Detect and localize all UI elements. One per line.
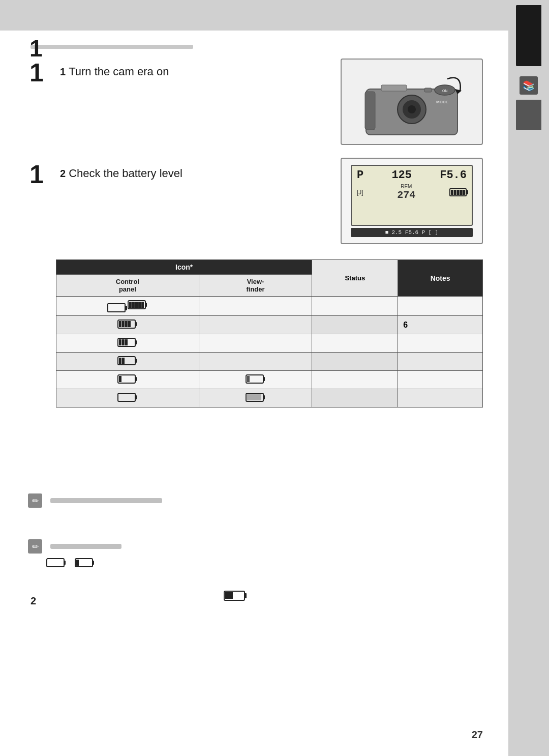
- note-pencil-icon-2: ✏: [28, 539, 42, 554]
- svg-rect-19: [135, 322, 137, 326]
- batt-svg-empty: [117, 392, 138, 402]
- step-1-text: Turn the cam era on: [69, 65, 169, 78]
- svg-rect-51: [225, 592, 233, 599]
- sidebar-tab-mid: [516, 100, 541, 130]
- table-row: 6: [56, 316, 483, 334]
- svg-text:ON: ON: [442, 89, 448, 93]
- step-2-text: Check the battery level: [69, 167, 182, 180]
- note-1-bar: [50, 498, 162, 503]
- lcd-bracket: [J]: [357, 189, 363, 196]
- status-row3: [312, 334, 398, 353]
- lcd-f56: F5.6: [440, 169, 467, 182]
- svg-rect-45: [64, 561, 66, 565]
- camera-svg: ON MODE: [346, 64, 478, 140]
- lcd-rem-label: REM: [397, 184, 415, 189]
- table-header-row-1: Icon* Status Notes: [56, 260, 483, 275]
- lcd-rem-area: REM 274: [397, 184, 415, 201]
- top-bar: [0, 0, 508, 31]
- batt-svg-full: [128, 300, 148, 310]
- bottom-batt-svg: [224, 590, 248, 602]
- svg-rect-38: [247, 376, 250, 382]
- svg-rect-44: [47, 559, 64, 567]
- svg-rect-39: [118, 393, 135, 401]
- battery-icon-empty-cp: [56, 389, 199, 408]
- table-row: [56, 297, 483, 316]
- th-status: Status: [312, 260, 398, 297]
- svg-rect-16: [138, 302, 141, 308]
- battery-icon-empty-vf: [199, 389, 312, 408]
- battery-icon-low-vf: [199, 371, 312, 389]
- status-row4: [312, 353, 398, 371]
- batt-svg-empty-vf: [246, 392, 266, 402]
- svg-rect-32: [122, 358, 125, 364]
- batt-svg-low-vf: [246, 374, 266, 384]
- notes-row3: [398, 334, 483, 353]
- lcd-status-bar: ■ 2.5 F5.6 P [ ]: [351, 228, 473, 237]
- viewfinder-icon-row3: [199, 334, 312, 353]
- notes-row5: [398, 371, 483, 389]
- lcd-125: 125: [391, 169, 412, 182]
- viewfinder-icon-row2: [199, 316, 312, 334]
- battery-icon-half: [56, 334, 199, 353]
- section-number: 1: [29, 35, 43, 62]
- svg-rect-20: [119, 321, 121, 327]
- batt-svg-quarter: [117, 356, 138, 366]
- battery-icon-quarter: [56, 353, 199, 371]
- svg-rect-10: [424, 88, 432, 92]
- svg-rect-25: [135, 340, 137, 344]
- svg-rect-15: [135, 302, 138, 308]
- svg-rect-14: [132, 302, 135, 308]
- status-row1: [312, 297, 398, 316]
- svg-rect-27: [122, 339, 125, 345]
- lcd-p: P: [357, 169, 363, 182]
- svg-rect-28: [125, 339, 128, 345]
- batt-svg-3q: [117, 319, 138, 329]
- note-pencil-icon-1: ✏: [28, 493, 42, 508]
- svg-rect-31: [119, 358, 121, 364]
- svg-rect-13: [129, 302, 132, 308]
- note-2-line: ✏: [28, 539, 333, 554]
- svg-rect-23: [128, 321, 131, 327]
- svg-point-3: [408, 105, 416, 113]
- svg-rect-12: [145, 303, 147, 307]
- notes-row2: 6: [398, 316, 483, 334]
- sidebar-tab-dark: [516, 5, 541, 66]
- note-section-2: ✏: [28, 539, 333, 569]
- section-bar: [30, 45, 193, 49]
- battery-icon-3q: [56, 316, 199, 334]
- th-control: Controlpanel: [56, 275, 199, 297]
- svg-rect-7: [381, 85, 407, 91]
- note-2-bar: [50, 544, 121, 549]
- svg-text:MODE: MODE: [436, 100, 449, 104]
- viewfinder-icon-row4: [199, 353, 312, 371]
- svg-rect-30: [135, 359, 137, 363]
- battery-table: Icon* Status Notes Controlpanel View-fin…: [56, 259, 483, 408]
- lcd-screen: P 125 F5.6 [J] REM 274: [351, 165, 473, 226]
- status-row6: [312, 389, 398, 408]
- svg-rect-8: [365, 92, 375, 130]
- notes-row6: [398, 389, 483, 408]
- svg-rect-43: [247, 394, 261, 400]
- table-row: [56, 334, 483, 353]
- lcd-top-row: P 125 F5.6: [357, 169, 467, 182]
- camera-image: ON MODE: [341, 59, 483, 145]
- bottom-label: 2: [30, 595, 36, 607]
- svg-rect-48: [76, 560, 79, 566]
- step-2-number: 2: [60, 168, 66, 180]
- table-row: [56, 353, 483, 371]
- svg-rect-17: [141, 302, 144, 308]
- step-icon-1: 1: [29, 60, 44, 85]
- book-icon: 📚: [520, 76, 538, 95]
- svg-rect-40: [135, 395, 137, 399]
- battery-level-table: Icon* Status Notes Controlpanel View-fin…: [56, 259, 483, 408]
- svg-rect-50: [245, 593, 247, 598]
- battery-icon-full: [56, 297, 199, 316]
- note-6: 6: [403, 321, 408, 329]
- notes-row4: [398, 353, 483, 371]
- note-2-battery-icons: [28, 558, 333, 569]
- svg-rect-42: [263, 395, 265, 399]
- batt-svg-low: [117, 374, 138, 384]
- bottom-right-battery: [224, 590, 248, 604]
- lcd-274: 274: [397, 189, 415, 201]
- right-sidebar: 📚: [508, 0, 549, 756]
